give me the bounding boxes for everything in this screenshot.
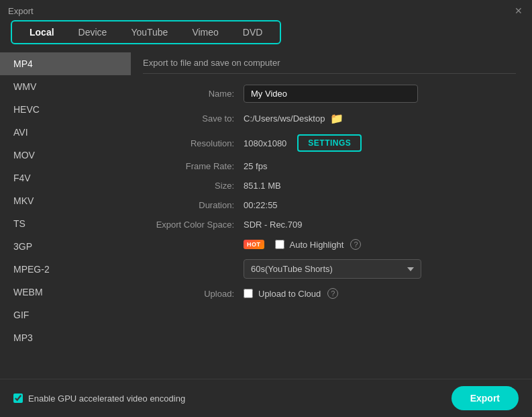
tab-device[interactable]: Device [66,21,119,44]
right-panel: Export to file and save on computer Name… [131,50,532,379]
resolution-label: Resolution: [143,138,244,148]
format-item-gif[interactable]: GIF [0,304,131,326]
name-label: Name: [143,89,244,99]
window-title: Export [8,6,34,16]
duration-row: Duration: 00:22:55 [143,200,516,210]
format-item-hevc[interactable]: HEVC [0,98,131,121]
save-to-row: Save to: C:/Users/ws/Desktop 📁 [143,112,516,125]
format-item-f4v[interactable]: F4V [0,167,131,189]
format-item-wmv[interactable]: WMV [0,75,131,98]
auto-highlight-row: HOT Auto Highlight ? [143,239,516,250]
hot-badge: HOT [244,240,264,249]
name-input[interactable] [244,85,418,103]
main-content: MP4WMVHEVCAVIMOVF4VMKVTS3GPMPEG-2WEBMGIF… [0,50,532,379]
title-bar: Export ✕ [0,0,532,20]
auto-highlight-help-icon[interactable]: ? [350,239,361,250]
format-item-3gp[interactable]: 3GP [0,235,131,258]
duration-label: Duration: [143,200,244,210]
duration-value: 00:22:55 [244,200,516,210]
frame-rate-row: Frame Rate: 25 fps [143,161,516,171]
frame-rate-label: Frame Rate: [143,161,244,171]
upload-to-cloud-checkbox[interactable] [244,289,253,298]
gpu-label: Enable GPU accelerated video encoding [28,393,185,404]
format-item-ts[interactable]: TS [0,212,131,235]
upload-label: Upload: [143,289,244,299]
auto-highlight-checkbox[interactable] [275,240,284,249]
export-window: Export ✕ LocalDeviceYouTubeVimeoDVD MP4W… [0,0,532,417]
auto-highlight-container: HOT Auto Highlight ? [244,239,361,250]
resolution-value: 1080x1080 [244,138,286,148]
tab-youtube[interactable]: YouTube [119,21,180,44]
frame-rate-value: 25 fps [244,161,516,171]
save-to-path: C:/Users/ws/Desktop [244,113,325,124]
panel-title: Export to file and save on computer [143,58,516,74]
size-label: Size: [143,181,244,191]
color-space-label: Export Color Space: [143,220,244,230]
save-to-label: Save to: [143,113,244,124]
close-button[interactable]: ✕ [513,5,524,16]
highlight-duration-dropdown[interactable]: 60s(YouTube Shorts)30s15s [244,259,421,279]
settings-button[interactable]: SETTINGS [297,134,362,152]
folder-icon[interactable]: 📁 [330,112,343,125]
upload-row: Upload: Upload to Cloud ? [143,288,516,299]
auto-highlight-label: Auto Highlight [290,240,344,250]
format-item-mp3[interactable]: MP3 [0,326,131,349]
size-value: 851.1 MB [244,181,516,191]
highlight-dropdown-row: 60s(YouTube Shorts)30s15s [143,259,516,279]
format-item-webm[interactable]: WEBM [0,281,131,304]
gpu-row: Enable GPU accelerated video encoding [13,393,185,404]
format-item-mov[interactable]: MOV [0,144,131,167]
resolution-row: Resolution: 1080x1080 SETTINGS [143,134,516,152]
size-row: Size: 851.1 MB [143,181,516,191]
tab-bar: LocalDeviceYouTubeVimeoDVD [11,20,281,44]
tab-dvd[interactable]: DVD [231,21,275,44]
format-item-mpeg2[interactable]: MPEG-2 [0,258,131,281]
export-button[interactable]: Export [451,386,519,410]
format-item-mp4[interactable]: MP4 [0,52,131,75]
name-row: Name: [143,85,516,103]
gpu-checkbox[interactable] [13,393,23,403]
color-space-value: SDR - Rec.709 [244,220,516,230]
save-to-container: C:/Users/ws/Desktop 📁 [244,112,343,125]
upload-to-cloud-label: Upload to Cloud [258,289,321,299]
upload-container: Upload to Cloud ? [244,288,338,299]
format-item-avi[interactable]: AVI [0,121,131,144]
tab-vimeo[interactable]: Vimeo [180,21,230,44]
format-item-mkv[interactable]: MKV [0,189,131,212]
format-list: MP4WMVHEVCAVIMOVF4VMKVTS3GPMPEG-2WEBMGIF… [0,50,131,379]
upload-help-icon[interactable]: ? [327,288,338,299]
bottom-bar: Enable GPU accelerated video encoding Ex… [0,379,532,417]
tab-local[interactable]: Local [17,21,66,44]
color-space-row: Export Color Space: SDR - Rec.709 [143,220,516,230]
